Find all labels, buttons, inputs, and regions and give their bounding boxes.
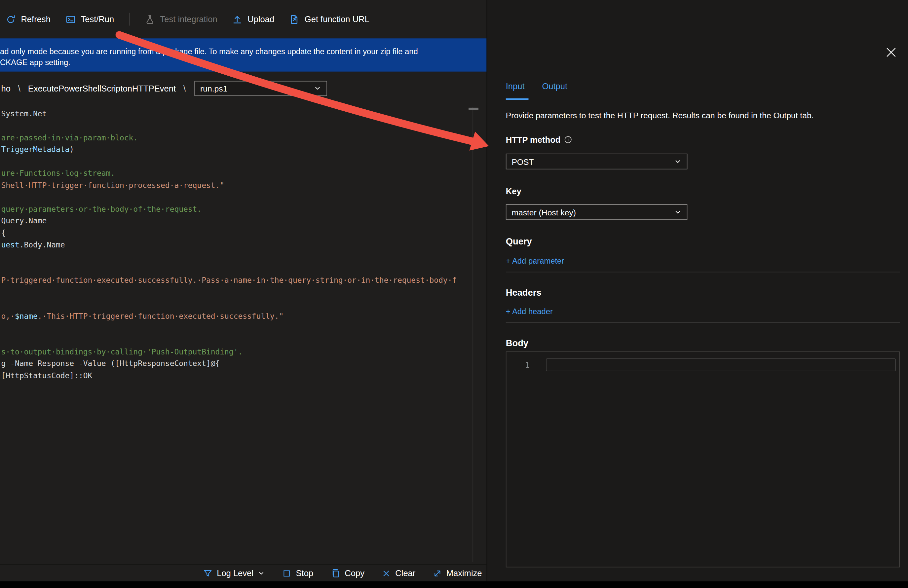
test-run-button[interactable]: Test/Run [66, 14, 114, 24]
key-label: Key [506, 186, 522, 196]
code-line: System.Net [1, 108, 47, 120]
http-method-select[interactable]: POST [506, 154, 687, 169]
upload-button[interactable]: Upload [232, 14, 274, 24]
add-parameter-link[interactable]: + Add parameter [506, 257, 564, 265]
breadcrumb: ho \ ExecutePowerShellScriptonHTTPEvent … [0, 72, 487, 105]
key-select[interactable]: master (Host key) [506, 204, 687, 220]
copy-label: Copy [345, 569, 364, 578]
code-line: P·triggered·function·executed·successful… [1, 275, 457, 287]
key-label-row: Key [506, 186, 522, 196]
section-divider [506, 272, 900, 273]
key-select-value: master (Host key) [512, 207, 576, 217]
http-method-label: HTTP method [506, 135, 561, 145]
file-select[interactable]: run.ps1 [194, 80, 327, 96]
editor-scrollbar-thumb[interactable] [468, 108, 478, 110]
add-header-link[interactable]: + Add header [506, 307, 553, 316]
toolbar-divider [129, 13, 130, 26]
log-level-button[interactable]: Log Level [203, 569, 265, 578]
test-run-label: Test/Run [80, 14, 114, 24]
panel-tabs: Input Output [506, 82, 567, 91]
body-current-line [546, 358, 896, 371]
code-line: ure·Functions·log·stream. [1, 168, 115, 180]
upload-label: Upload [248, 14, 274, 24]
body-section-heading: Body [506, 338, 528, 349]
upload-icon [232, 14, 242, 24]
breadcrumb-separator: \ [18, 84, 21, 93]
test-integration-label: Test integration [160, 14, 217, 24]
test-integration-button[interactable]: Test integration [145, 14, 217, 24]
tab-input[interactable]: Input [506, 82, 525, 91]
copy-icon [331, 569, 340, 578]
code-line: Query.Name [1, 215, 47, 227]
stop-label: Stop [296, 569, 314, 578]
console-toolbar: Log Level Stop Copy Clear Maximize [0, 564, 487, 582]
function-url-icon [290, 14, 299, 24]
clear-label: Clear [395, 569, 415, 578]
clear-button[interactable]: Clear [382, 569, 416, 578]
clear-icon [382, 569, 391, 577]
code-line: TriggerMetadata) [1, 144, 74, 156]
breadcrumb-prefix: ho [1, 84, 11, 93]
function-editor-window: Refresh Test/Run Test integration Upload… [0, 0, 908, 588]
query-section-heading: Query [506, 236, 532, 247]
chevron-down-icon [258, 570, 265, 577]
get-function-url-label: Get function URL [305, 14, 369, 24]
copy-button[interactable]: Copy [331, 569, 364, 578]
flask-icon [145, 14, 155, 24]
terminal-icon [66, 14, 76, 24]
file-select-value: run.ps1 [200, 84, 227, 93]
footer-bar [0, 582, 908, 588]
editor-scrollbar-track [473, 107, 473, 562]
body-editor[interactable]: 1 [506, 352, 900, 567]
code-line: Shell·HTTP·trigger·function·processed·a·… [1, 180, 225, 191]
maximize-label: Maximize [446, 569, 482, 578]
maximize-button[interactable]: Maximize [433, 569, 482, 578]
readonly-info-banner: ad only mode because you are running fro… [0, 38, 487, 71]
code-line: are·passed·in·via·param·block. [1, 132, 138, 144]
banner-line-1: ad only mode because you are running fro… [0, 46, 487, 57]
chevron-down-icon [674, 157, 682, 165]
refresh-button[interactable]: Refresh [6, 14, 51, 24]
section-divider [506, 323, 900, 323]
code-line: query·parameters·or·the·body·of·the·requ… [1, 204, 202, 215]
filter-icon [203, 569, 212, 578]
test-run-panel: Input Output Provide parameters to test … [487, 0, 908, 582]
code-line: s·to·output·bindings·by·calling·'Push-Ou… [1, 346, 243, 358]
refresh-label: Refresh [21, 14, 50, 24]
log-level-label: Log Level [217, 569, 253, 578]
get-function-url-button[interactable]: Get function URL [290, 14, 369, 24]
code-line: [HttpStatusCode]::OK [1, 370, 93, 382]
stop-icon [283, 569, 291, 577]
close-icon[interactable] [885, 47, 897, 58]
code-line: { [1, 227, 6, 239]
command-bar: Refresh Test/Run Test integration Upload… [0, 0, 487, 38]
chevron-down-icon [674, 209, 682, 216]
headers-section-heading: Headers [506, 288, 542, 298]
code-line: g -Name Response -Value ([HttpResponseCo… [1, 358, 220, 370]
refresh-icon [6, 14, 16, 24]
banner-line-2: CKAGE app setting. [0, 57, 487, 68]
panel-description: Provide parameters to test the HTTP requ… [506, 111, 895, 120]
body-line-number: 1 [519, 359, 530, 371]
http-method-value: POST [512, 157, 534, 166]
code-line: uest.Body.Name [1, 239, 65, 251]
info-icon[interactable] [564, 135, 572, 144]
code-editor[interactable]: System.Netare·passed·in·via·param·block.… [0, 105, 487, 564]
tab-output[interactable]: Output [542, 82, 567, 91]
code-line: o,·$name.·This·HTTP·triggered·function·e… [1, 310, 284, 323]
maximize-icon [433, 569, 441, 577]
code-lines: System.Netare·passed·in·via·param·block.… [0, 108, 487, 564]
active-tab-indicator [506, 98, 529, 100]
http-method-label-row: HTTP method [506, 135, 572, 145]
breadcrumb-separator: \ [184, 84, 186, 93]
stop-button[interactable]: Stop [283, 569, 313, 578]
breadcrumb-function-name[interactable]: ExecutePowerShellScriptonHTTPEvent [28, 84, 176, 93]
chevron-down-icon [314, 84, 322, 92]
